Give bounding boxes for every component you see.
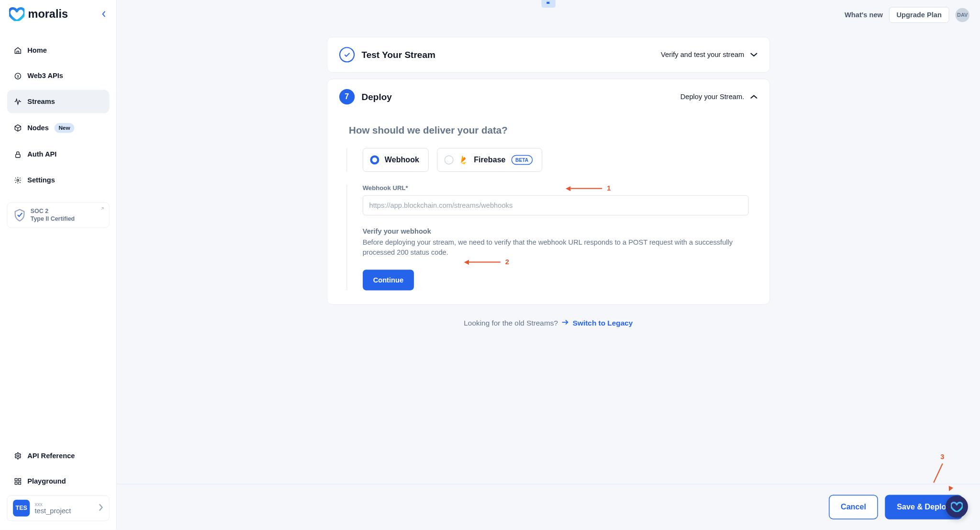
card-header-deploy[interactable]: 7 Deploy Deploy your Stream.	[327, 79, 769, 114]
option-label: Webhook	[385, 155, 419, 164]
blocks-icon	[14, 477, 22, 485]
chevron-up-icon	[750, 93, 757, 101]
flag-icon	[545, 0, 551, 7]
moralis-heart-icon	[951, 501, 963, 512]
activity-icon	[14, 98, 22, 105]
sidebar-item-label: Playground	[27, 477, 66, 485]
gear-alt-icon	[14, 452, 22, 460]
sidebar-item-nodes[interactable]: Nodes New	[7, 115, 110, 141]
sidebar-item-auth-api[interactable]: Auth API	[7, 143, 110, 166]
arrow-right-icon	[561, 319, 569, 327]
svg-rect-2	[16, 154, 20, 158]
beta-badge: BETA	[511, 155, 533, 165]
card-title: Test Your Stream	[361, 49, 435, 60]
step-complete-check-icon	[339, 47, 355, 62]
shield-check-icon	[14, 208, 26, 222]
brand-name: moralis	[28, 8, 68, 21]
topbar: What's new Upgrade Plan DAV	[117, 0, 980, 26]
field-label-webhook-url: Webhook URL*	[363, 184, 748, 192]
soc2-certification-card[interactable]: SOC 2 Type II Certified	[7, 203, 110, 228]
sidebar-item-label: Web3 APIs	[27, 72, 63, 80]
verify-text: Before deploying your stream, we need to…	[363, 237, 734, 258]
chevron-left-icon	[101, 11, 106, 17]
card-subtitle-text: Deploy your Stream.	[680, 93, 745, 101]
svg-rect-5	[15, 478, 17, 481]
sidebar-item-label: API Reference	[27, 451, 75, 460]
feedback-flag-tab[interactable]	[541, 0, 555, 8]
cube-stack-icon: 3	[14, 72, 22, 80]
webhook-url-input[interactable]	[363, 195, 748, 215]
lock-icon	[14, 151, 22, 158]
radio-unselected-icon	[445, 155, 454, 164]
svg-point-3	[17, 179, 19, 181]
sidebar-item-api-reference[interactable]: API Reference	[7, 444, 110, 467]
switch-to-legacy-link[interactable]: Switch to Legacy	[573, 319, 633, 327]
card-test-stream: Test Your Stream Verify and test your st…	[327, 37, 770, 73]
cancel-button[interactable]: Cancel	[829, 495, 878, 519]
option-webhook[interactable]: Webhook	[363, 148, 429, 172]
external-link-icon	[100, 206, 105, 213]
user-avatar[interactable]: DAV	[956, 8, 969, 22]
footer-action-bar: Cancel Save & Deploy 3	[117, 484, 980, 530]
option-firebase[interactable]: Firebase BETA	[437, 148, 542, 172]
svg-rect-7	[15, 482, 17, 485]
upgrade-plan-button[interactable]: Upgrade Plan	[889, 7, 949, 23]
deploy-heading: How should we deliver your data?	[349, 125, 748, 136]
card-deploy: 7 Deploy Deploy your Stream. How should …	[327, 79, 770, 305]
brand-logo[interactable]: moralis	[9, 7, 68, 21]
svg-rect-8	[19, 482, 21, 485]
card-header-test[interactable]: Test Your Stream Verify and test your st…	[327, 37, 769, 72]
moralis-logo-icon	[9, 7, 24, 21]
annotation-arrow-3-head	[947, 486, 953, 493]
cube-icon	[14, 124, 22, 132]
verify-title: Verify your webhook	[363, 227, 748, 236]
sidebar-item-streams[interactable]: Streams	[7, 90, 110, 113]
sidebar: moralis Home 3 Web3 APIs	[0, 0, 117, 530]
main-area: What's new Upgrade Plan DAV Test Your St…	[117, 0, 980, 530]
chevron-down-icon	[750, 51, 757, 59]
sidebar-nav: Home 3 Web3 APIs Streams Nodes New	[7, 39, 110, 192]
project-selector[interactable]: TES xxx test_project	[7, 495, 110, 521]
card-subtitle-text: Verify and test your stream	[661, 51, 744, 59]
soc2-line1: SOC 2	[31, 208, 75, 215]
sidebar-item-playground[interactable]: Playground	[7, 470, 110, 493]
home-icon	[14, 46, 22, 54]
card-title: Deploy	[361, 91, 391, 102]
sidebar-item-label: Settings	[27, 176, 55, 184]
svg-text:3: 3	[17, 74, 19, 78]
whats-new-link[interactable]: What's new	[845, 11, 883, 19]
help-fab[interactable]	[946, 496, 968, 518]
delivery-options: Webhook Firebase BETA	[346, 148, 748, 172]
svg-rect-6	[19, 478, 21, 481]
card-body-deploy: How should we deliver your data? Webhook	[327, 114, 769, 304]
continue-button[interactable]: Continue	[363, 270, 414, 290]
chevron-right-icon	[99, 504, 103, 513]
option-label: Firebase	[474, 155, 505, 164]
sidebar-collapse-button[interactable]	[98, 9, 109, 20]
sidebar-item-label: Streams	[27, 98, 55, 106]
sidebar-item-label: Auth API	[27, 150, 56, 158]
soc2-line2: Type II Certified	[31, 215, 75, 223]
sidebar-item-label: Home	[27, 46, 47, 55]
sidebar-item-home[interactable]: Home	[7, 39, 110, 62]
webhook-url-field-block: Webhook URL* Verify your webhook Before …	[346, 184, 748, 290]
project-name: test_project	[35, 507, 94, 515]
sidebar-item-label: Nodes	[27, 124, 49, 132]
project-sub: xxx	[35, 501, 94, 507]
sidebar-item-settings[interactable]: Settings	[7, 169, 110, 192]
sidebar-item-web3-apis[interactable]: 3 Web3 APIs	[7, 64, 110, 88]
gear-icon	[14, 176, 22, 184]
project-badge: TES	[13, 500, 30, 517]
legacy-row: Looking for the old Streams? Switch to L…	[464, 319, 633, 327]
content-area: Test Your Stream Verify and test your st…	[117, 26, 980, 484]
radio-selected-icon	[370, 155, 379, 164]
legacy-text: Looking for the old Streams?	[464, 319, 558, 327]
new-badge: New	[55, 123, 75, 133]
firebase-icon	[459, 155, 468, 165]
step-number-badge: 7	[339, 89, 355, 104]
svg-point-4	[17, 455, 19, 457]
